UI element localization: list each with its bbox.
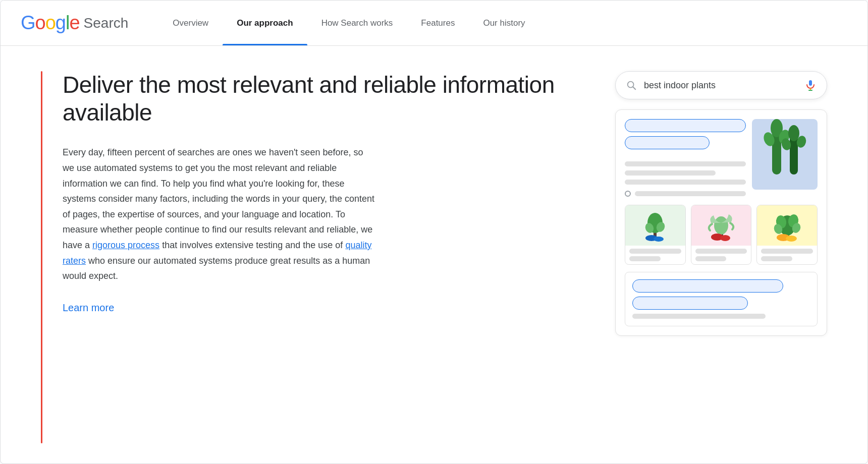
search-query-text: best indoor plants	[644, 80, 804, 91]
card3-line1	[761, 249, 813, 254]
right-panel: best indoor plants	[615, 71, 827, 443]
svg-rect-2	[809, 80, 812, 86]
result-pill-1	[625, 119, 746, 132]
nav-item-overview[interactable]: Overview	[158, 1, 223, 45]
small-card-1	[625, 205, 686, 265]
small-card-2	[691, 205, 752, 265]
svg-line-1	[633, 87, 635, 89]
result-line-2	[625, 170, 716, 176]
bottom-card	[625, 272, 818, 326]
radio-row	[625, 191, 746, 197]
svg-point-18	[654, 237, 664, 242]
svg-point-30	[786, 236, 797, 242]
small-card-3	[756, 205, 818, 265]
top-result-row	[625, 119, 818, 197]
rigorous-process-link[interactable]: rigorous process	[92, 240, 159, 250]
tall-plant-svg	[757, 119, 812, 190]
body-text-2-content: that involves extensive testing and the …	[162, 240, 343, 250]
card2-line2	[695, 256, 727, 261]
main-nav: Overview Our approach How Search works F…	[158, 1, 539, 45]
mic-icon	[804, 79, 817, 91]
body-paragraph: Every day, fifteen percent of searches a…	[63, 145, 375, 283]
logo-area: Google Search	[21, 12, 128, 34]
plant-svg-2	[706, 208, 736, 243]
header: Google Search Overview Our approach How …	[1, 1, 867, 46]
result-line-1	[625, 161, 746, 166]
plant-svg-3	[772, 208, 802, 243]
small-card-img-1	[625, 205, 685, 246]
search-bar-illustration: best indoor plants	[615, 71, 827, 99]
card1-line1	[629, 249, 681, 254]
small-cards-row	[625, 205, 818, 265]
body-text-3-content: who ensure our automated systems produce…	[63, 256, 370, 281]
results-illustration-card	[615, 109, 827, 336]
svg-point-20	[714, 216, 728, 235]
result-image-block	[752, 119, 818, 190]
small-card-img-2	[691, 205, 751, 246]
bottom-line-1	[632, 279, 783, 293]
card1-line2	[629, 256, 661, 261]
card3-line2	[761, 256, 792, 261]
bottom-line-3	[632, 314, 766, 319]
result-line-3	[625, 180, 746, 185]
result-pill-2	[625, 136, 710, 149]
card2-line1	[695, 249, 747, 254]
learn-more-link[interactable]: Learn more	[63, 302, 575, 314]
bottom-line-2	[632, 297, 748, 310]
radio-dot	[625, 191, 631, 197]
page-wrapper: Google Search Overview Our approach How …	[0, 0, 868, 464]
content-area: Deliver the most relevant and reliable i…	[63, 71, 575, 443]
small-card-placeholder-1	[625, 246, 685, 264]
main-heading: Deliver the most relevant and reliable i…	[63, 71, 575, 127]
red-accent-line	[41, 71, 42, 443]
small-card-placeholder-3	[757, 246, 817, 264]
svg-point-22	[720, 235, 730, 241]
nav-item-our-history[interactable]: Our history	[469, 1, 539, 45]
result-text-block	[625, 119, 746, 197]
body-text-1: Every day, fifteen percent of searches a…	[63, 147, 374, 250]
google-logo: Google	[21, 12, 80, 34]
nav-item-how-search-works[interactable]: How Search works	[307, 1, 407, 45]
radio-line	[635, 191, 746, 196]
search-logo-text: Search	[84, 15, 129, 31]
plant-svg-1	[642, 208, 668, 243]
small-card-img-3	[757, 205, 817, 246]
left-panel: Deliver the most relevant and reliable i…	[41, 71, 575, 443]
search-icon	[626, 80, 637, 91]
nav-item-features[interactable]: Features	[407, 1, 469, 45]
nav-item-our-approach[interactable]: Our approach	[223, 1, 307, 45]
svg-rect-4	[808, 90, 812, 91]
small-card-placeholder-2	[691, 246, 751, 264]
main-content: Deliver the most relevant and reliable i…	[1, 46, 867, 463]
